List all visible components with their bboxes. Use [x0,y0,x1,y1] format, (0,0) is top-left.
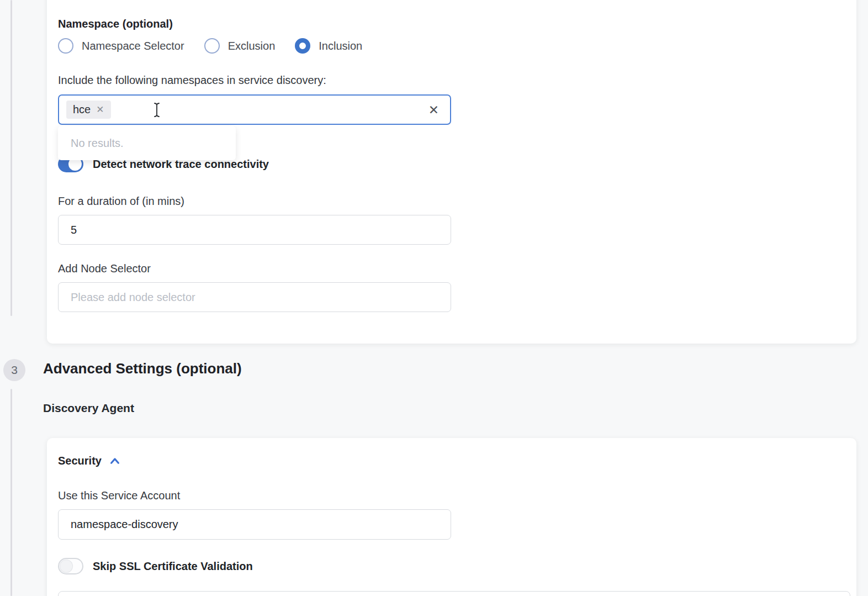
chip-text: hce [73,103,91,116]
step-3-badge: 3 [3,359,25,381]
radio-label: Namespace Selector [82,40,184,52]
radio-namespace-selector[interactable]: Namespace Selector [58,38,184,54]
radio-inclusion[interactable]: Inclusion [295,38,362,54]
toggle-knob [60,560,73,573]
namespace-section-label: Namespace (optional) [58,18,173,30]
node-selector-label: Add Node Selector [58,262,151,275]
duration-input[interactable] [58,215,451,245]
radio-label: Exclusion [228,40,276,52]
chevron-up-icon[interactable] [109,455,121,467]
radio-exclusion[interactable]: Exclusion [204,38,276,54]
namespace-multiselect-input[interactable]: hce ✕ ✕ [58,94,451,125]
node-selector-input[interactable] [58,282,451,312]
namespace-chip[interactable]: hce ✕ [66,101,111,119]
security-title: Security [58,455,102,467]
radio-circle-icon[interactable] [204,38,220,54]
discovery-agent-subtitle: Discovery Agent [43,402,134,415]
service-account-input[interactable] [58,509,451,540]
step-2-connector-line [10,0,12,316]
clear-input-icon[interactable]: ✕ [428,103,439,116]
advanced-settings-title: Advanced Settings (optional) [43,360,242,377]
skip-ssl-row: Skip SSL Certificate Validation [58,558,253,574]
step-3-connector-line [10,389,12,596]
next-field-partial-input[interactable] [58,591,850,596]
namespace-mode-radio-group: Namespace Selector Exclusion Inclusion [58,38,362,54]
namespace-suggestions-dropdown: No results. [58,126,236,160]
chip-remove-icon[interactable]: ✕ [96,105,104,114]
radio-selected-icon[interactable] [295,38,310,54]
no-results-text: No results. [71,137,124,150]
service-account-label: Use this Service Account [58,489,180,502]
skip-ssl-toggle[interactable] [58,558,83,574]
include-namespaces-label: Include the following namespaces in serv… [58,74,326,87]
radio-circle-icon[interactable] [58,38,73,54]
skip-ssl-label: Skip SSL Certificate Validation [93,560,253,573]
duration-label: For a duration of (in mins) [58,195,184,208]
discovery-setup-page: Namespace (optional) Namespace Selector … [0,0,868,596]
security-section-header[interactable]: Security [58,455,121,467]
radio-label: Inclusion [319,40,362,52]
